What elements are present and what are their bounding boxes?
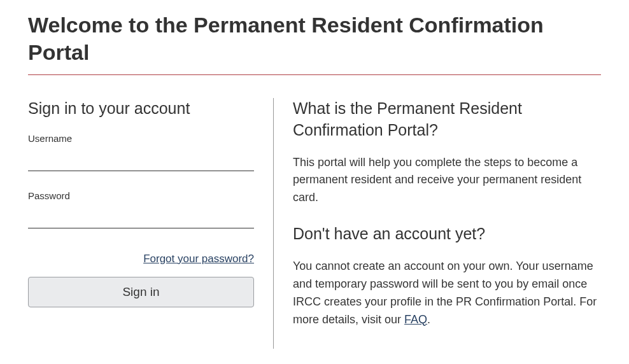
noaccount-heading: Don't have an account yet? [293,223,601,245]
what-heading: What is the Permanent Resident Confirmat… [293,98,601,141]
username-label: Username [28,133,254,144]
main-columns: Sign in to your account Username Passwor… [28,98,601,349]
faq-link[interactable]: FAQ [404,313,427,326]
username-input[interactable] [28,151,254,171]
noaccount-body-post: . [427,313,430,326]
forgot-password-link[interactable]: Forgot your password? [143,253,254,265]
signin-button[interactable]: Sign in [28,277,254,307]
noaccount-body-pre: You cannot create an account on your own… [293,260,597,326]
info-panel: What is the Permanent Resident Confirmat… [273,98,601,349]
password-input[interactable] [28,209,254,228]
noaccount-body: You cannot create an account on your own… [293,258,601,329]
what-body: This portal will help you complete the s… [293,154,601,207]
divider-red [28,74,601,75]
password-label: Password [28,190,254,201]
page-title: Welcome to the Permanent Resident Confir… [28,11,601,66]
signin-panel: Sign in to your account Username Passwor… [28,98,273,349]
signin-heading: Sign in to your account [28,98,254,119]
